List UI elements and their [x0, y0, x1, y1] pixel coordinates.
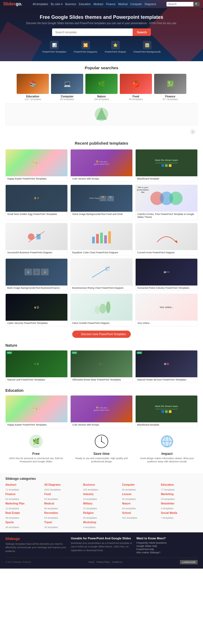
template-card-stock[interactable]: Stock Image 🍔 🏦 Stock Image Backgrounds/… [70, 185, 133, 220]
template-card-emoji[interactable]: 😀 Can youguess who it is? Cute Version w… [70, 149, 133, 182]
template-card-fetus[interactable]: Fetus Growth PowerPoint Diagram [70, 294, 133, 326]
carousel-next-arrow[interactable]: › [190, 129, 195, 134]
popular-count-education: 112+ templates [24, 98, 41, 101]
edu-card-easter[interactable]: 🐣 🥚 🌸 Happy Easter PowerPoint Templates [5, 395, 68, 428]
navbar-search-input[interactable] [166, 2, 193, 6]
nav-computer[interactable]: Computer [130, 3, 142, 6]
hero-icon-ppt-backgrounds[interactable]: 🖼️ PowerPoint Backgrounds [133, 41, 161, 53]
footer-brand-desc: Slidesgo templates have all the elements… [5, 542, 67, 553]
discover-more-button[interactable]: 🔴 Discover more PowerPoint Templates [72, 331, 130, 338]
popular-searches-grid: 📚 Education 112+ templates 💻 Computer 86… [5, 74, 198, 101]
template-card-business1[interactable]: Successful Business PowerPoint Diagram [5, 223, 68, 256]
cat-school-count: 522 templates [122, 517, 159, 519]
nav-finance[interactable]: Finance [106, 3, 116, 6]
cat-marketing2-header[interactable]: Marketing [161, 493, 198, 496]
nature-card-flower[interactable]: free 🌸🌺 Natural Flower-de-luce PowerPoin… [135, 350, 198, 383]
cat-food-count: 53 templates [44, 498, 81, 500]
cat-finance-header[interactable]: Finance [5, 493, 42, 496]
nav-all-templates[interactable]: All templates [33, 3, 48, 6]
cat-newsletter-header[interactable]: Newsletter [161, 502, 198, 505]
nav-diagrams[interactable]: Diagrams [145, 3, 156, 6]
template-card-businessman[interactable]: 📈 Businessman Rising Chart PowerPoint Di… [70, 258, 133, 291]
template-card-equalizer[interactable]: Equalizer Cube Chart PowerPoint Diagram [70, 223, 133, 256]
hero-icon-ppt-shapes[interactable]: ⭐ PowerPoint Shapes [105, 41, 126, 53]
template-card-humanoid[interactable]: 🤖free Humanoid Robot Industry PowerPoint… [135, 258, 198, 291]
navbar-search: 🔍 [166, 2, 200, 6]
cat-marketing-header[interactable]: Marketing Plan [5, 502, 42, 505]
nav-abstract[interactable]: Abstract [93, 3, 103, 6]
nature-card-bear[interactable]: free 🐻🌲 Silhouette Brown Bear PowerPoint… [70, 350, 133, 383]
edu-card-emoji[interactable]: 😀 Can youguess who it is? Cute Version w… [70, 395, 133, 428]
template-thumb-cyber: 🔒🖥️ [6, 294, 67, 321]
template-card-circles[interactable]: Title is yourpresentationtitle Colorful … [135, 185, 198, 220]
footer-ppt-help-link[interactable]: PowerPoint help [136, 548, 198, 551]
hero-icon-ppt-templates[interactable]: 📊 PowerPoint Templates [42, 41, 66, 53]
cat-school-header[interactable]: School [122, 511, 159, 514]
template-label-online: Your online... [136, 321, 197, 326]
footer-contact-link[interactable]: Contact us [112, 561, 122, 563]
footer-gslides-link[interactable]: Google Slides Help [136, 545, 198, 547]
feature-free-icon: 🌿 [28, 433, 44, 449]
cat-lesson-header[interactable]: Lesson [122, 493, 159, 496]
popular-thumb-food: 🍎 [120, 74, 152, 94]
popular-item-food[interactable]: 🍎 Food 58 templates [120, 74, 152, 101]
popular-item-nature[interactable]: 🌿 Nature 158 templates [85, 74, 118, 101]
popular-item-education[interactable]: 📚 Education 112+ templates [17, 74, 49, 101]
cat-nature-header[interactable]: Nature [122, 502, 159, 505]
cat-socialmedia-header[interactable]: Social Media [161, 511, 198, 514]
footer-faq-link[interactable]: Frequently Asked Questions [136, 541, 198, 544]
cat-workshop-count: 4 templates [83, 526, 120, 529]
cat-alldiagrams-header[interactable]: All Diagrams [44, 483, 81, 486]
popular-count-computer: 86 templates [60, 98, 74, 101]
hero-search-input[interactable] [52, 28, 133, 36]
footer-home-link[interactable]: Home [89, 561, 94, 563]
cat-recreation-header[interactable]: Recreation [44, 511, 81, 514]
nature-section: Nature free 🌿🍃 Natural Leaf PowerPoint T… [5, 343, 198, 383]
logo-text: Slides [3, 2, 16, 6]
cat-military-header[interactable]: Military [83, 502, 120, 505]
template-card-bank[interactable]: 🏦 💼 💰 Bank Image Backgrounds/Text Busine… [5, 258, 68, 291]
education-section: Education 🐣 🥚 🌸 Happy Easter PowerPoint … [5, 388, 198, 428]
hero-icons: 📊 PowerPoint Templates 🔀 PowerPoint Diag… [5, 41, 198, 53]
template-card-cyber[interactable]: 🔒🖥️ Cyber Security PowerPoint Templates [5, 294, 68, 326]
hero-icon-ppt-diagrams[interactable]: 🔀 PowerPoint Diagrams [74, 41, 97, 53]
cat-education-header[interactable]: Education [161, 483, 198, 486]
popular-item-finance[interactable]: 💹 Finance 97+ templates [154, 74, 186, 101]
template-card-egg[interactable]: 🥚✨ Small Nest Golden Egg PowerPoint Temp… [5, 185, 68, 220]
nav-medical[interactable]: Medical [118, 3, 127, 6]
edu-card-blackboard[interactable]: Meet the dream team─────────────🟦 🟩 🟨 Bl… [135, 395, 198, 428]
cat-medical-header[interactable]: Medical [44, 502, 81, 505]
nav-education[interactable]: Education [79, 3, 90, 6]
cat-sports-header[interactable]: Sports [5, 521, 42, 524]
cat-nature-count: 84 templates [122, 507, 159, 510]
cat-realestate-header[interactable]: Real Estate [5, 511, 42, 514]
cat-education-count: 77 templates [161, 488, 198, 491]
template-card-easter[interactable]: 🐣 🥚 🌸 Happy Easter PowerPoint Templates [5, 149, 68, 182]
cat-medical-count: 96 templates [44, 507, 81, 510]
cat-workshop-header[interactable]: Workshop [83, 521, 120, 524]
template-thumb-fetus [71, 294, 132, 321]
cat-computer-header[interactable]: Computer [122, 483, 159, 486]
popular-count-food: 58 templates [129, 98, 143, 101]
nature-card-leaf[interactable]: free 🌿🍃 Natural Leaf PowerPoint Template… [5, 350, 68, 383]
hero-search-button[interactable]: Search [133, 28, 151, 36]
navbar-search-button[interactable]: 🔍 [193, 2, 200, 6]
template-card-curved[interactable]: Curved Arrow PowerPoint Diagram [135, 223, 198, 256]
template-card-blackboard[interactable]: Meet the dream team─────────────🟦 🟩 🟨 Bl… [135, 149, 198, 182]
footer-about-link[interactable]: Who makes Slidesgo? [136, 551, 198, 554]
popular-item-computer[interactable]: 💻 Computer 86 templates [51, 74, 83, 101]
cat-food-header[interactable]: Food [44, 493, 81, 496]
cat-religion-header[interactable]: Religion [83, 511, 120, 514]
cat-lesson-count: 55 templates [122, 498, 159, 500]
language-button[interactable]: LANGUAGE [180, 560, 198, 564]
footer-privacy-link[interactable]: Privacy Policy [96, 561, 110, 563]
cat-business-header[interactable]: Business [83, 483, 120, 486]
template-card-online[interactable]: Your online... Your online... [135, 294, 198, 326]
nav-business[interactable]: Business [65, 3, 76, 6]
cat-travel-header[interactable]: Travel [44, 521, 81, 524]
site-logo[interactable]: Slidesgo. [3, 2, 22, 6]
cat-industry-header[interactable]: Industry [83, 493, 120, 496]
nav-by-color[interactable]: By color ▾ [51, 3, 63, 6]
cat-abstract-header[interactable]: Abstract [5, 483, 42, 486]
recent-templates-grid: 🐣 🥚 🌸 Happy Easter PowerPoint Templates … [5, 149, 198, 326]
